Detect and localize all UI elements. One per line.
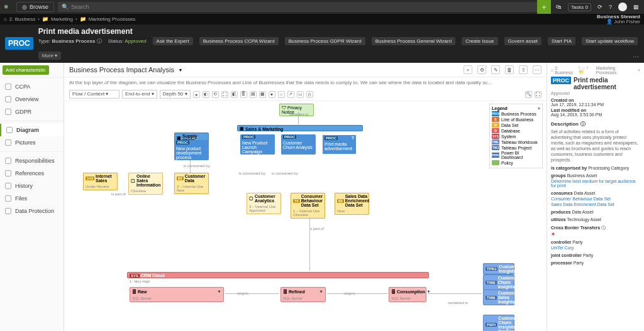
- tool-1[interactable]: ●: [193, 91, 200, 98]
- sidebar-item-responsibilities[interactable]: Responsibilities: [0, 155, 64, 167]
- proc-badge: PROC: [5, 37, 33, 50]
- tool-7[interactable]: ▤: [250, 91, 257, 98]
- node-cbds[interactable]: 73Consumer Behaviour Data Set1 – Interna…: [291, 193, 325, 219]
- search-placeholder: Search: [71, 4, 89, 10]
- browse-button[interactable]: ◎ Browse: [16, 2, 54, 12]
- tool-2[interactable]: ◐: [203, 91, 209, 98]
- help-icon[interactable]: ?: [609, 4, 612, 10]
- link-controller[interactable]: UniTel Corp: [551, 246, 640, 250]
- diagram-canvas[interactable]: Legend× PROCBusiness Process SLine of Bu…: [64, 101, 547, 331]
- tool-6[interactable]: ≣: [240, 91, 247, 98]
- detail-status: Approved: [551, 91, 640, 95]
- action-ccpa[interactable]: Business Process CCPA Wizard: [199, 37, 279, 45]
- panel-close-icon[interactable]: ×: [638, 68, 640, 72]
- crumb-1[interactable]: 2. Business: [9, 16, 35, 22]
- details-panel: ⌂ 2. Business › … › 📁 Marketing Processe…: [547, 63, 644, 331]
- node-crm[interactable]: SYSCRM Cloud: [127, 272, 429, 278]
- canvas-description: At the top layer of the diagram, we can …: [64, 77, 547, 88]
- node-customer-data[interactable]: 83Customer Data3 – Internal Use New: [174, 173, 209, 194]
- link-sde[interactable]: Sales Data Enrichment Data Set: [551, 202, 640, 207]
- action-pia[interactable]: Start PIA: [548, 37, 575, 45]
- breadcrumb: ⌂ 2. Business› 📁Marketing› 📁Marketing Pr…: [4, 16, 135, 22]
- node-npdp[interactable]: PROCNew product development process: [174, 140, 209, 160]
- crumb-2[interactable]: Marketing: [51, 16, 73, 22]
- tool-11[interactable]: ↗: [287, 91, 294, 98]
- sidebar-item-history[interactable]: History: [0, 180, 64, 192]
- node-sales-marketing[interactable]: ▣ Sales & Marketing: [237, 125, 363, 131]
- more-actions[interactable]: More ▾: [38, 52, 61, 60]
- action-gdpr[interactable]: Business Process GDPR Wizard: [285, 37, 365, 45]
- canvas-edit-icon[interactable]: ✎: [491, 65, 500, 74]
- canvas-title-dropdown-icon[interactable]: ▾: [179, 67, 182, 73]
- tool-9[interactable]: ▼: [269, 91, 275, 98]
- node-cci[interactable]: TWBCustomer Churn Insights: [483, 274, 514, 290]
- canvas-plus-icon[interactable]: ＋: [464, 65, 472, 74]
- depth-select[interactable]: Depth 50 ▾: [160, 90, 191, 99]
- tool-3[interactable]: ⟲: [212, 91, 219, 98]
- tool-4[interactable]: ⛶: [221, 91, 228, 98]
- target-icon: ◎: [22, 4, 27, 10]
- node-customer-analytics[interactable]: ▢ Customer Analytics3 – Internal Use App…: [247, 193, 281, 214]
- fullscreen-icon[interactable]: ⛶: [535, 91, 541, 98]
- sidebar-item-diagram[interactable]: Diagram: [0, 124, 64, 136]
- refresh-icon[interactable]: ⟳: [597, 4, 602, 10]
- add-characteristic-button[interactable]: Add characteristic: [3, 65, 49, 75]
- link-groups[interactable]: Determine best medium for target audienc…: [551, 179, 640, 188]
- action-general[interactable]: Business Process General Wizard: [372, 37, 455, 45]
- basket-icon[interactable]: 🛍: [556, 4, 562, 10]
- sidebar-item-references[interactable]: References: [0, 167, 64, 180]
- legend-close-icon[interactable]: ×: [538, 106, 540, 111]
- node-cca[interactable]: PROCCustomer Churn Analysis: [281, 134, 316, 155]
- detail-title: Print media advertisement: [574, 77, 640, 90]
- sidebar-item-overview[interactable]: Overview: [0, 93, 64, 106]
- sidebar-item-files[interactable]: Files: [0, 192, 64, 205]
- sidebar-item-gdpr[interactable]: GDPR: [0, 106, 64, 118]
- action-ask-expert[interactable]: Ask the Expert: [153, 37, 193, 45]
- sidebar-item-pictures[interactable]: Pictures: [0, 136, 64, 149]
- canvas-share-icon[interactable]: ⇪: [519, 65, 528, 74]
- canvas-more-icon[interactable]: ⋯: [533, 65, 541, 74]
- global-search[interactable]: 🔍 Search: [58, 2, 537, 12]
- tool-12[interactable]: ▭: [297, 91, 304, 98]
- node-csi[interactable]: TWBCustomer Sales Insights: [483, 290, 514, 305]
- action-update[interactable]: Start update workflow: [582, 37, 638, 45]
- user-avatar[interactable]: [618, 3, 627, 11]
- zoom-icon[interactable]: 🔍: [525, 91, 532, 98]
- crumb-3[interactable]: Marketing Processes: [89, 16, 136, 22]
- node-raw[interactable]: 🗄 Raw＋SQL Server: [130, 287, 224, 302]
- sidebar-item-ccpa[interactable]: CCPA: [0, 80, 64, 93]
- node-consumption[interactable]: 🗄 Consumption＋SQL Server: [389, 287, 426, 302]
- node-ccid[interactable]: PBRICustomer Churn Insights Dashboard: [483, 315, 514, 331]
- canvas-trash-icon[interactable]: 🗑: [505, 65, 514, 74]
- info-icon: ⓘ: [580, 121, 586, 128]
- node-refined[interactable]: 🗄 Refined＋SQL Server: [280, 287, 326, 302]
- direction-select[interactable]: End-to-end ▾: [122, 90, 157, 99]
- tasks-badge[interactable]: Tasks 0: [568, 3, 591, 11]
- canvas-gear-icon[interactable]: ⚙: [477, 65, 486, 74]
- header-menu-icon[interactable]: ⋯: [633, 53, 639, 60]
- flow-select[interactable]: Flow / Context ▾: [69, 90, 119, 99]
- action-issue[interactable]: Create Issue: [462, 37, 497, 45]
- tool-10[interactable]: ○: [278, 91, 285, 98]
- node-nplc[interactable]: PROCNew Product Launch Campaign: [240, 134, 275, 155]
- search-icon: 🔍: [62, 4, 69, 10]
- node-pma[interactable]: PROC?Print media advertisement: [322, 134, 357, 155]
- link-cbds[interactable]: Consumer Behaviour Data Set: [551, 197, 640, 201]
- add-button[interactable]: ＋: [537, 0, 551, 14]
- legend-panel: Legend× PROCBusiness Process SLine of Bu…: [489, 104, 543, 168]
- apps-icon[interactable]: ▦: [633, 4, 639, 10]
- node-osi[interactable]: ▢ Online Sales InformationObsolete: [128, 173, 163, 195]
- node-ci[interactable]: TPRJCustomer Insights: [483, 263, 514, 274]
- tool-5[interactable]: ◧: [231, 91, 238, 98]
- detail-description: Set of activities related to a form of a…: [551, 129, 640, 163]
- sidebar-item-data-protection[interactable]: Data Protection: [0, 205, 64, 217]
- browse-label: Browse: [30, 4, 48, 10]
- action-govern[interactable]: Govern asset: [504, 37, 542, 45]
- detail-badge: PROC: [551, 77, 571, 84]
- node-internet-sales[interactable]: 143Internet SalesUnder Review: [83, 173, 118, 190]
- node-sde[interactable]: 83Sales Data Enrichment Data SetNew: [335, 193, 369, 215]
- tool-13[interactable]: ⎙: [306, 91, 313, 98]
- steward-info: Business Steward 👤 John Fisher: [597, 14, 640, 24]
- breadcrumb-bar: ⌂ 2. Business› 📁Marketing› 📁Marketing Pr…: [0, 14, 644, 24]
- tool-8[interactable]: ▦: [259, 91, 266, 98]
